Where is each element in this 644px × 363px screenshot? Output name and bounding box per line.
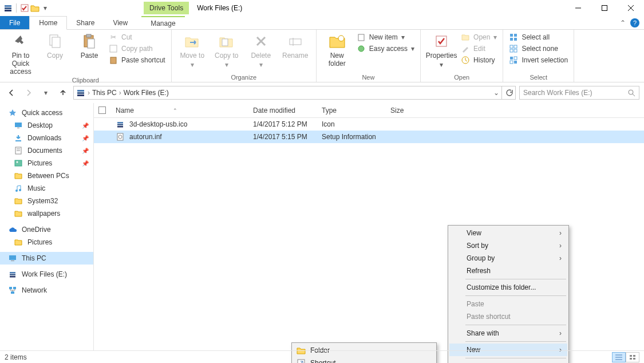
- ctx-customize[interactable]: Customize this folder...: [449, 281, 567, 294]
- ctx-paste[interactable]: Paste: [449, 298, 567, 310]
- nav-onedrive[interactable]: OneDrive: [0, 223, 93, 236]
- tab-manage[interactable]: Manage: [141, 16, 184, 29]
- pin-to-quick-access-button[interactable]: Pin to Quick access: [5, 32, 37, 76]
- svg-rect-44: [15, 140, 21, 141]
- select-none-button[interactable]: Select none: [508, 44, 569, 54]
- select-all-button[interactable]: Select all: [508, 32, 569, 42]
- maximize-button[interactable]: [591, 0, 618, 16]
- nav-this-pc[interactable]: This PC: [0, 252, 93, 265]
- edit-button[interactable]: Edit: [460, 44, 498, 54]
- svg-rect-57: [9, 287, 12, 289]
- nav-system32[interactable]: System32: [0, 195, 93, 207]
- chevron-right-icon: ›: [559, 229, 562, 237]
- col-checkbox[interactable]: [94, 106, 111, 114]
- ctx-paste-shortcut[interactable]: Paste shortcut: [449, 310, 567, 323]
- new-item-button[interactable]: New item ▾: [355, 32, 416, 42]
- drive-icon: [76, 88, 85, 97]
- svg-rect-53: [11, 261, 14, 261]
- crumb-this-pc[interactable]: This PC: [92, 89, 117, 97]
- svg-rect-1: [5, 7, 11, 9]
- rename-button[interactable]: Rename: [279, 32, 311, 60]
- tab-share[interactable]: Share: [67, 16, 104, 29]
- group-open: Open: [425, 73, 498, 81]
- properties-button[interactable]: Properties▾: [425, 32, 457, 69]
- history-button[interactable]: History: [460, 55, 498, 65]
- open-button[interactable]: Open ▾: [460, 32, 498, 42]
- ctx-group-by[interactable]: Group by›: [449, 252, 567, 265]
- move-to-button[interactable]: Move to▾: [176, 32, 208, 69]
- addressbar-dropdown-icon[interactable]: ⌄: [493, 89, 499, 97]
- file-row[interactable]: autorun.inf 1/4/2017 5:15 PM Setup Infor…: [94, 131, 644, 143]
- new-folder-button[interactable]: New folder: [321, 32, 353, 68]
- qat-dropdown-icon[interactable]: ▾: [41, 3, 50, 13]
- ctx-sort-by[interactable]: Sort by›: [449, 239, 567, 252]
- col-date[interactable]: Date modified: [248, 106, 317, 115]
- nav-work-files[interactable]: Work Files (E:): [0, 268, 93, 281]
- nav-network[interactable]: Network: [0, 284, 93, 297]
- svg-rect-81: [630, 355, 632, 357]
- recent-locations-button[interactable]: ▾: [39, 86, 53, 100]
- ctx-share-with[interactable]: Share with›: [449, 327, 567, 340]
- svg-rect-11: [86, 34, 91, 37]
- view-large-icons-button[interactable]: [626, 352, 639, 362]
- file-row[interactable]: 3d-desktop-usb.ico 1/4/2017 5:12 PM Icon: [94, 118, 644, 131]
- copy-button[interactable]: Copy: [39, 32, 71, 60]
- qat-properties-icon[interactable]: [20, 3, 29, 13]
- help-icon[interactable]: ?: [630, 18, 639, 27]
- nav-wallpapers[interactable]: wallpapers: [0, 207, 93, 220]
- nav-music[interactable]: Music: [0, 182, 93, 195]
- minimize-button[interactable]: [565, 0, 591, 16]
- svg-point-20: [338, 35, 344, 41]
- svg-rect-61: [117, 124, 123, 126]
- sort-asc-icon: ⌃: [173, 108, 177, 113]
- view-details-button[interactable]: [612, 352, 626, 362]
- svg-point-51: [19, 189, 21, 191]
- forward-button[interactable]: [22, 86, 35, 100]
- tab-file[interactable]: File: [0, 16, 29, 29]
- delete-button[interactable]: Delete▾: [245, 32, 277, 69]
- up-button[interactable]: [56, 86, 70, 100]
- col-size[interactable]: Size: [386, 106, 432, 115]
- rename-icon: [286, 32, 305, 50]
- ctx-refresh[interactable]: Refresh: [449, 265, 567, 277]
- nav-downloads[interactable]: Downloads📌: [0, 132, 93, 144]
- tab-home[interactable]: Home: [29, 16, 67, 30]
- col-type[interactable]: Type: [317, 106, 386, 115]
- svg-point-22: [358, 46, 364, 52]
- address-bar[interactable]: › This PC › Work Files (E:) ⌄: [73, 86, 502, 100]
- col-name[interactable]: Name⌃: [111, 106, 248, 115]
- nav-documents[interactable]: Documents📌: [0, 144, 93, 157]
- nav-od-pictures[interactable]: Pictures: [0, 236, 93, 248]
- back-button[interactable]: [5, 86, 18, 100]
- copy-to-button[interactable]: Copy to▾: [211, 32, 243, 69]
- qat-newfolder-icon[interactable]: [30, 3, 39, 13]
- nav-desktop[interactable]: Desktop📌: [0, 119, 93, 132]
- nav-quick-access[interactable]: Quick access: [0, 106, 93, 119]
- collapse-ribbon-icon[interactable]: ⌃: [620, 19, 626, 27]
- paste-button[interactable]: Paste: [73, 32, 105, 60]
- crumb-drive[interactable]: Work Files (E:): [124, 89, 169, 97]
- ctx-view[interactable]: View›: [449, 227, 567, 239]
- nav-pictures[interactable]: Pictures📌: [0, 157, 93, 169]
- svg-rect-33: [510, 57, 513, 60]
- status-item-count: 2 items: [5, 353, 27, 361]
- nav-between-pcs[interactable]: Between PCs: [0, 169, 93, 182]
- star-icon: [8, 108, 17, 117]
- history-icon: [461, 56, 470, 65]
- svg-rect-15: [222, 39, 228, 46]
- refresh-button[interactable]: [502, 86, 516, 100]
- paste-label: Paste: [81, 52, 98, 60]
- easy-access-button[interactable]: Easy access ▾: [355, 44, 416, 54]
- content-pane[interactable]: Name⌃ Date modified Type Size 3d-desktop…: [94, 103, 644, 350]
- invert-selection-button[interactable]: Invert selection: [508, 55, 569, 65]
- svg-rect-13: [110, 45, 117, 52]
- chevron-right-icon: ›: [559, 242, 562, 250]
- tab-view[interactable]: View: [104, 16, 137, 29]
- cut-button[interactable]: ✂Cut: [108, 32, 167, 42]
- search-input[interactable]: Search Work Files (E:): [519, 86, 639, 100]
- svg-rect-59: [11, 291, 14, 294]
- paste-shortcut-button[interactable]: Paste shortcut: [108, 55, 167, 65]
- contextual-tab-label: Drive Tools: [144, 2, 189, 14]
- close-button[interactable]: [618, 0, 644, 16]
- copy-path-button[interactable]: Copy path: [108, 44, 167, 54]
